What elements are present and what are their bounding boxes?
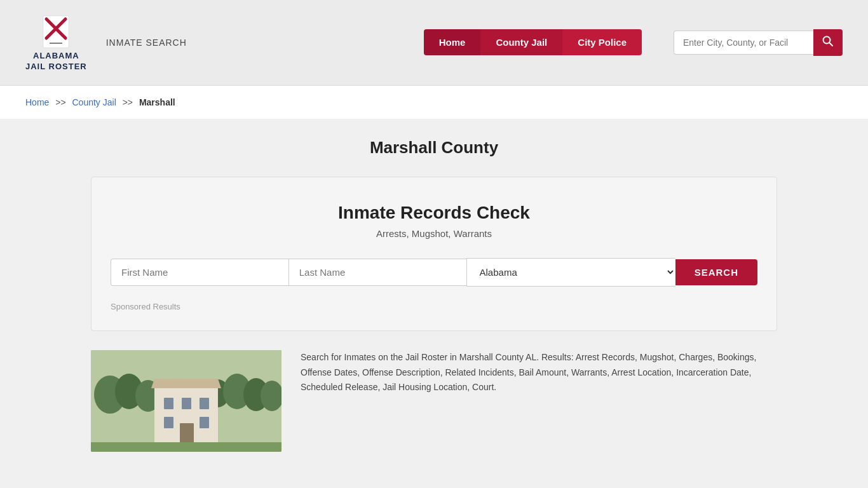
bottom-section: Search for Inmates on the Jail Roster in… (91, 350, 777, 452)
logo-text: ALABAMA JAIL ROSTER (25, 51, 87, 72)
records-box-subtitle: Arrests, Mugshot, Warrants (111, 228, 757, 239)
header-search-button[interactable] (813, 29, 843, 56)
inmate-search-label: INMATE SEARCH (106, 37, 187, 48)
breadcrumb-sep1: >> (55, 97, 65, 107)
svg-rect-17 (182, 398, 191, 409)
svg-rect-19 (164, 417, 173, 428)
records-check-box: Inmate Records Check Arrests, Mugshot, W… (91, 177, 777, 331)
sponsored-results-label: Sponsored Results (111, 302, 757, 311)
header-search-area (674, 29, 843, 56)
last-name-input[interactable] (288, 259, 466, 286)
breadcrumb-county-jail[interactable]: County Jail (72, 97, 116, 107)
page-title: Marshall County (91, 138, 777, 158)
county-image (91, 350, 281, 452)
breadcrumb-current: Marshall (139, 97, 175, 107)
nav-home-button[interactable]: Home (424, 29, 481, 55)
inmate-search-button[interactable]: SEARCH (675, 259, 757, 285)
main-nav: Home County Jail City Police (424, 29, 642, 55)
svg-rect-16 (164, 398, 173, 409)
svg-line-5 (829, 43, 832, 46)
inmate-search-form: Alabama Alaska Arizona Arkansas Californ… (111, 258, 757, 287)
breadcrumb-home[interactable]: Home (25, 97, 49, 107)
svg-rect-18 (200, 398, 209, 409)
records-box-title: Inmate Records Check (111, 203, 757, 223)
nav-county-jail-button[interactable]: County Jail (480, 29, 562, 55)
description-text: Search for Inmates on the Jail Roster in… (301, 350, 777, 395)
search-icon (822, 36, 834, 47)
svg-rect-20 (200, 417, 209, 428)
logo-icon (37, 13, 75, 51)
site-logo[interactable]: ALABAMA JAIL ROSTER (25, 13, 87, 72)
header-search-input[interactable] (674, 30, 813, 55)
breadcrumb: Home >> County Jail >> Marshall (0, 86, 868, 119)
first-name-input[interactable] (111, 259, 288, 286)
breadcrumb-sep2: >> (123, 97, 133, 107)
main-content: Marshall County Inmate Records Check Arr… (72, 138, 796, 452)
nav-city-police-button[interactable]: City Police (562, 29, 642, 55)
building-illustration (91, 350, 281, 452)
svg-rect-22 (91, 442, 281, 452)
site-header: ALABAMA JAIL ROSTER INMATE SEARCH Home C… (0, 0, 868, 86)
svg-marker-15 (151, 379, 221, 388)
state-select[interactable]: Alabama Alaska Arizona Arkansas Californ… (466, 258, 675, 287)
